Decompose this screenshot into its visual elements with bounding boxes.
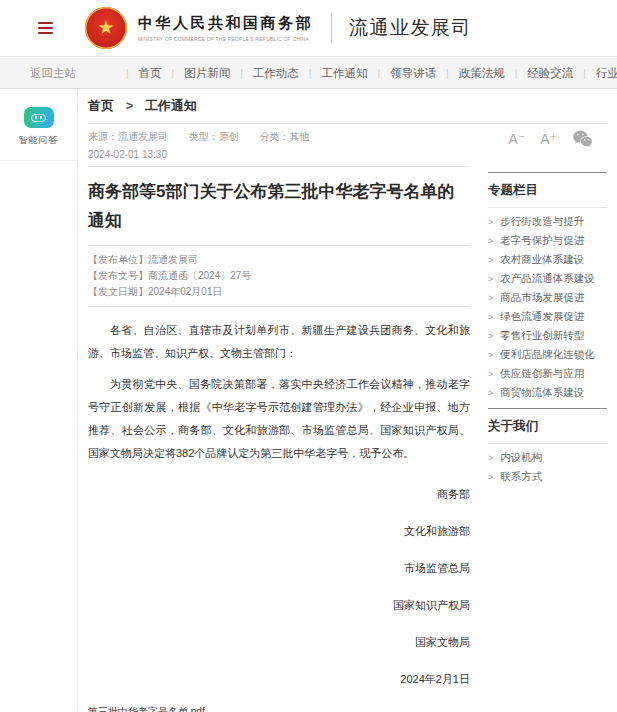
left-rail: 智能问答 [0,90,78,712]
breadcrumb-home[interactable]: 首页 [88,98,114,113]
sidebar-item[interactable]: >便利店品牌化连锁化 [488,345,607,364]
menu-icon[interactable] [38,19,53,37]
font-decrease-button[interactable]: A⁻ [509,131,526,147]
ministry-name-en: MINISTRY OF COMMERCE OF THE PEOPLE'S REP… [138,36,313,42]
nav-item[interactable]: |行业动态 [573,66,617,81]
nav-item-label[interactable]: 经验交流 [527,66,573,81]
breadcrumb-current[interactable]: 工作通知 [145,98,197,113]
sidebar-item[interactable]: >绿色流通发展促进 [488,307,607,326]
nav-item-separator: | [515,68,518,79]
sidebar-item[interactable]: >内设机构 [488,448,607,467]
nav-item[interactable]: |图片新闻 [162,66,231,81]
chevron-right-icon: > [488,312,493,322]
sidebar-item-label: 便利店品牌化连锁化 [500,348,595,362]
meta-category: 分类：其他 [260,131,310,142]
article-meta: 来源：流通发展司 类型：原创 分类：其他 2024-02-01 13:30 [88,124,470,167]
doc-info-line: 【发布文号】商流通函〔2024〕27号 [88,268,470,284]
sidebar-item-label: 农村商业体系建设 [500,253,584,267]
sidebar-item[interactable]: >商贸物流体系建设 [488,383,607,402]
article-tools: A⁻ A⁺ [509,130,593,147]
nav-item-label[interactable]: 首页 [139,66,162,81]
chevron-right-icon: > [488,274,493,284]
nav-item-label[interactable]: 领导讲话 [390,66,436,81]
sidebar-section-title: 专题栏目 [488,173,607,208]
site-header: ★ 中华人民共和国商务部 MINISTRY OF COMMERCE OF THE… [0,0,617,57]
sidebar-section-title: 关于我们 [488,409,607,444]
attachment-link[interactable]: 第三批中华老字号名单.pdf [88,705,470,712]
nav-item-label[interactable]: 工作动态 [253,66,299,81]
signature-line: 国家知识产权局 [88,598,470,613]
sidebar-section-topics: 专题栏目 >步行街改造与提升 >老字号保护与促进 >农村商业体系建设 >农产品流… [488,172,607,402]
nav-item-separator: | [446,68,449,79]
breadcrumb-separator: > [126,98,134,113]
robot-chat-icon [24,107,54,128]
doc-info-line: 【发文日期】2024年02月01日 [88,284,470,300]
chevron-right-icon: > [488,217,493,227]
sidebar-item-label: 农产品流通体系建设 [500,272,595,286]
nav-list: |首页 |图片新闻 |工作动态 |工作通知 |领导讲话 |政策法规 |经验交流 … [116,66,617,81]
breadcrumb: 首页 > 工作通知 [88,90,607,124]
sidebar-item[interactable]: >农产品流通体系建设 [488,269,607,288]
wechat-share-icon[interactable] [572,130,593,147]
chevron-right-icon: > [488,236,493,246]
signature-line: 国家文物局 [88,635,470,650]
chevron-right-icon: > [488,369,493,379]
doc-info-line: 【发布单位】流通发展司 [88,252,470,268]
rail-divider [0,160,77,161]
doc-info-value: 流通发展司 [148,254,198,265]
smart-qa-button[interactable]: 智能问答 [0,107,77,147]
article-paragraph: 为贯彻党中央、国务院决策部署，落实中央经济工作会议精神，推动老字号守正创新发展，… [88,373,470,465]
article-title: 商务部等5部门关于公布第三批中华老字号名单的通知 [88,177,470,235]
doc-info-label: 【发布单位】 [88,254,148,265]
columns: 来源：流通发展司 类型：原创 分类：其他 2024-02-01 13:30 商务… [88,124,607,712]
nav-item[interactable]: |政策法规 [436,66,505,81]
nav-item-label[interactable]: 政策法规 [459,66,505,81]
signature-line: 文化和旅游部 [88,524,470,539]
sidebar-item-label: 老字号保护与促进 [500,234,584,248]
national-emblem-icon: ★ [85,7,127,49]
nav-item[interactable]: |工作动态 [230,66,299,81]
content-wrapper: 首页 > 工作通知 A⁻ A⁺ 来源：流通发展司 类型：原创 [88,90,607,712]
ministry-title-block: 中华人民共和国商务部 MINISTRY OF COMMERCE OF THE P… [138,14,313,42]
sidebar-section-about: 关于我们 >内设机构 >联系方式 [488,408,607,486]
smart-qa-label: 智能问答 [0,134,77,147]
doc-info: 【发布单位】流通发展司 【发布文号】商流通函〔2024〕27号 【发文日期】20… [88,245,470,306]
font-increase-button[interactable]: A⁺ [540,131,557,147]
sidebar-item[interactable]: >供应链创新与应用 [488,364,607,383]
nav-item[interactable]: |经验交流 [505,66,574,81]
chevron-right-icon: > [488,331,493,341]
main-nav: 返回主站 |首页 |图片新闻 |工作动态 |工作通知 |领导讲话 |政策法规 |… [0,58,617,89]
sidebar-item-label: 绿色流通发展促进 [500,310,584,324]
nav-item-label[interactable]: 图片新闻 [184,66,230,81]
nav-item-separator: | [583,68,586,79]
sidebar-item-label: 内设机构 [500,451,542,465]
sidebar-topic-list: >步行街改造与提升 >老字号保护与促进 >农村商业体系建设 >农产品流通体系建设… [488,212,607,402]
doc-info-label: 【发文日期】 [88,286,148,297]
signature-date: 2024年2月1日 [88,672,470,687]
nav-item-separator: | [172,68,175,79]
doc-info-value: 商流通函〔2024〕27号 [148,270,251,281]
sidebar-item[interactable]: >联系方式 [488,467,607,486]
chevron-right-icon: > [488,350,493,360]
chevron-right-icon: > [488,453,493,463]
meta-datetime: 2024-02-01 13:30 [88,149,470,160]
nav-item[interactable]: |工作通知 [299,66,368,81]
article-paragraph: 各省、自治区、直辖市及计划单列市、新疆生产建设兵团商务、文化和旅游、市场监管、知… [88,319,470,365]
sidebar-item[interactable]: >步行街改造与提升 [488,212,607,231]
nav-back-to-main[interactable]: 返回主站 [30,66,76,81]
sidebar-item[interactable]: >零售行业创新转型 [488,326,607,345]
ministry-name-cn: 中华人民共和国商务部 [138,14,313,33]
signature-block: 商务部 文化和旅游部 市场监管总局 国家知识产权局 国家文物局 [88,487,470,650]
nav-item-separator: | [309,68,312,79]
nav-item-label[interactable]: 工作通知 [321,66,367,81]
signature-line: 市场监管总局 [88,561,470,576]
sidebar-item[interactable]: >老字号保护与促进 [488,231,607,250]
sidebar-item-label: 零售行业创新转型 [500,329,584,343]
nav-item[interactable]: |首页 [116,66,162,81]
sidebar-item[interactable]: >农村商业体系建设 [488,250,607,269]
department-title: 流通业发展司 [349,15,472,41]
sidebar-item-label: 商贸物流体系建设 [500,386,584,400]
nav-item[interactable]: |领导讲话 [367,66,436,81]
sidebar-item[interactable]: >商品市场发展促进 [488,288,607,307]
nav-item-label[interactable]: 行业动态 [596,66,617,81]
